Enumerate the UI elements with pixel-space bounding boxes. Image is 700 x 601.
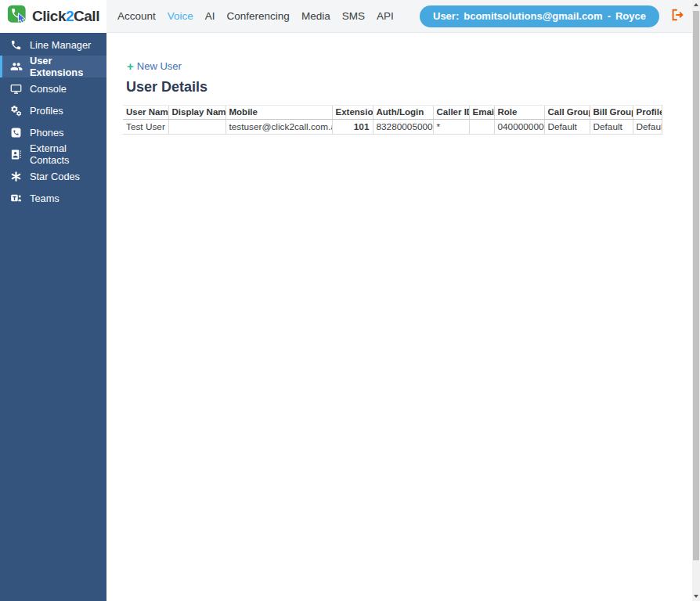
col-header-profile: Profile xyxy=(633,105,662,119)
col-header-bill-group: Bill Group xyxy=(590,105,633,119)
cell-profile: Default xyxy=(633,119,662,134)
sidebar-item-label: Console xyxy=(30,83,67,95)
sidebar-item-external-contacts[interactable]: External Contacts xyxy=(0,143,106,165)
phone-handset-icon xyxy=(9,38,23,52)
plus-icon: + xyxy=(127,62,134,71)
gears-icon xyxy=(9,104,23,117)
cell-extension-link[interactable]: 101 xyxy=(332,119,373,134)
nav-item-conferencing[interactable]: Conferencing xyxy=(227,10,290,22)
brand-name: Click2Call xyxy=(32,8,99,25)
user-badge-name: Royce xyxy=(615,10,646,22)
user-details-table: User Name Display Name Mobile Extension … xyxy=(123,105,662,135)
sidebar-item-console[interactable]: Console xyxy=(0,77,106,99)
nav-item-api[interactable]: API xyxy=(377,10,394,22)
brand-logo[interactable]: Click2Call xyxy=(0,0,106,33)
sidebar: Line Manager User Extensions Console Pro… xyxy=(0,33,106,601)
table-row: Test User testuser@click2call.com.au 101… xyxy=(123,119,662,134)
col-header-mobile: Mobile xyxy=(226,105,332,119)
sidebar-item-line-manager[interactable]: Line Manager xyxy=(0,34,106,56)
scrollbar-thumb[interactable] xyxy=(693,11,699,560)
teams-icon xyxy=(9,192,23,205)
sidebar-item-star-codes[interactable]: Star Codes xyxy=(0,165,106,187)
nav-item-sms[interactable]: SMS xyxy=(342,10,365,22)
logout-button[interactable] xyxy=(669,7,684,26)
click2call-logo-icon xyxy=(7,4,29,29)
col-header-role: Role xyxy=(494,105,544,119)
cell-role: 0400000000 xyxy=(494,119,544,134)
user-badge-separator: - xyxy=(608,10,611,22)
top-navbar: Click2Call Account Voice AI Conferencing… xyxy=(0,0,692,33)
cell-auth-login: 832800050000 xyxy=(373,119,433,134)
sidebar-item-profiles[interactable]: Profiles xyxy=(0,99,106,121)
sidebar-item-phones[interactable]: Phones xyxy=(0,121,106,143)
logout-icon xyxy=(669,7,684,26)
sidebar-item-label: Teams xyxy=(30,193,60,204)
page-title: User Details xyxy=(126,79,692,95)
user-badge[interactable]: User: bcomitsolutions@gmail.com - Royce xyxy=(420,5,659,27)
cell-mobile: testuser@click2call.com.au xyxy=(226,119,332,134)
cell-caller-id: * xyxy=(433,119,469,134)
sidebar-item-label: Line Manager xyxy=(30,39,91,51)
asterisk-icon xyxy=(9,170,23,183)
sidebar-item-label: Star Codes xyxy=(30,171,80,182)
sidebar-item-user-extensions[interactable]: User Extensions xyxy=(0,56,106,77)
col-header-caller-id: Caller ID xyxy=(433,105,469,119)
table-header-row: User Name Display Name Mobile Extension … xyxy=(123,105,662,119)
col-header-user-name: User Name xyxy=(123,105,168,119)
contact-card-icon xyxy=(9,148,23,161)
col-header-call-group: Call Group xyxy=(544,105,590,119)
mobile-phone-icon xyxy=(9,126,23,139)
sidebar-item-teams[interactable]: Teams xyxy=(0,187,106,209)
scrollbar-down-arrow[interactable] xyxy=(692,592,700,601)
new-user-button[interactable]: + New User xyxy=(127,60,182,72)
scrollbar-up-arrow[interactable] xyxy=(692,0,700,9)
cell-user-name-link[interactable]: Test User xyxy=(123,119,168,134)
nav-item-media[interactable]: Media xyxy=(301,10,330,22)
new-user-label: New User xyxy=(137,60,182,72)
cell-display-name xyxy=(168,119,226,134)
user-badge-email: bcomitsolutions@gmail.com xyxy=(464,10,602,22)
nav-item-account[interactable]: Account xyxy=(117,10,156,22)
col-header-auth-login: Auth/Login xyxy=(373,105,433,119)
sidebar-item-label: External Contacts xyxy=(30,142,106,166)
vertical-scrollbar[interactable] xyxy=(692,0,700,601)
main-content: + New User User Details User Name Displa… xyxy=(106,33,692,601)
sidebar-item-label: Phones xyxy=(30,127,63,139)
nav-item-voice[interactable]: Voice xyxy=(168,10,193,22)
cell-call-group: Default xyxy=(544,119,590,134)
col-header-extension: Extension xyxy=(332,105,373,119)
nav-item-ai[interactable]: AI xyxy=(205,10,215,22)
user-badge-prefix: User: xyxy=(433,10,459,22)
col-header-email: Email xyxy=(469,105,494,119)
main-menu: Account Voice AI Conferencing Media SMS … xyxy=(117,10,394,22)
cell-email xyxy=(469,119,494,134)
cell-bill-group: Default xyxy=(590,119,633,134)
monitor-icon xyxy=(9,82,23,95)
navbar-right: User: bcomitsolutions@gmail.com - Royce xyxy=(420,5,692,27)
users-icon xyxy=(9,60,23,74)
col-header-display-name: Display Name xyxy=(168,105,226,119)
sidebar-item-label: Profiles xyxy=(30,105,63,117)
sidebar-item-label: User Extensions xyxy=(30,55,106,78)
